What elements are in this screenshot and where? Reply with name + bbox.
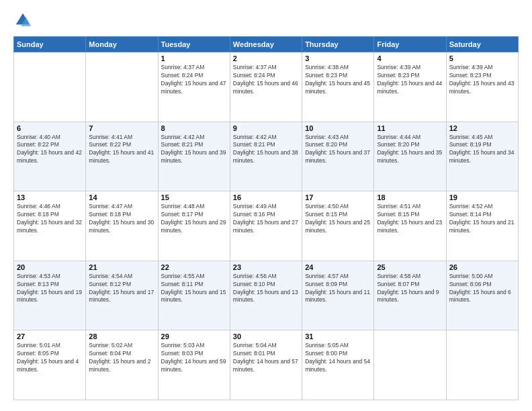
day-info: Sunrise: 4:39 AM Sunset: 8:23 PM Dayligh…: [449, 64, 515, 96]
day-number: 30: [233, 332, 299, 340]
calendar-table: SundayMondayTuesdayWednesdayThursdayFrid…: [13, 36, 519, 400]
calendar-cell: 17Sunrise: 4:50 AM Sunset: 8:15 PM Dayli…: [302, 191, 374, 261]
calendar-cell: 25Sunrise: 4:58 AM Sunset: 8:07 PM Dayli…: [374, 261, 446, 330]
week-row-4: 27Sunrise: 5:01 AM Sunset: 8:05 PM Dayli…: [14, 330, 519, 400]
calendar-cell: [86, 52, 158, 122]
calendar-cell: [14, 52, 86, 122]
day-info: Sunrise: 4:57 AM Sunset: 8:09 PM Dayligh…: [305, 273, 371, 305]
calendar-cell: 1Sunrise: 4:37 AM Sunset: 8:24 PM Daylig…: [158, 52, 230, 122]
header-thursday: Thursday: [302, 37, 374, 52]
day-number: 12: [449, 124, 515, 132]
calendar-cell: 8Sunrise: 4:42 AM Sunset: 8:21 PM Daylig…: [158, 122, 230, 191]
day-info: Sunrise: 4:49 AM Sunset: 8:16 PM Dayligh…: [233, 203, 299, 235]
day-number: 8: [161, 124, 227, 132]
day-number: 21: [89, 263, 154, 271]
day-info: Sunrise: 4:37 AM Sunset: 8:24 PM Dayligh…: [233, 64, 299, 96]
day-number: 22: [161, 263, 227, 271]
day-number: 2: [233, 54, 299, 62]
calendar-cell: 14Sunrise: 4:47 AM Sunset: 8:18 PM Dayli…: [86, 191, 158, 261]
calendar-cell: 13Sunrise: 4:46 AM Sunset: 8:18 PM Dayli…: [14, 191, 86, 261]
day-info: Sunrise: 5:05 AM Sunset: 8:00 PM Dayligh…: [305, 342, 371, 374]
day-info: Sunrise: 4:52 AM Sunset: 8:14 PM Dayligh…: [449, 203, 515, 235]
day-info: Sunrise: 4:45 AM Sunset: 8:19 PM Dayligh…: [449, 134, 515, 166]
day-info: Sunrise: 4:46 AM Sunset: 8:18 PM Dayligh…: [17, 203, 83, 235]
day-number: 5: [449, 54, 515, 62]
day-number: 9: [233, 124, 299, 132]
day-info: Sunrise: 5:00 AM Sunset: 8:06 PM Dayligh…: [449, 273, 515, 305]
day-info: Sunrise: 4:53 AM Sunset: 8:13 PM Dayligh…: [17, 273, 83, 305]
day-number: 17: [305, 193, 371, 201]
calendar-cell: 2Sunrise: 4:37 AM Sunset: 8:24 PM Daylig…: [230, 52, 302, 122]
day-number: 25: [377, 263, 443, 271]
header-saturday: Saturday: [446, 37, 518, 52]
calendar-cell: 29Sunrise: 5:03 AM Sunset: 8:03 PM Dayli…: [158, 330, 230, 400]
day-number: 11: [377, 124, 443, 132]
day-info: Sunrise: 4:41 AM Sunset: 8:22 PM Dayligh…: [89, 134, 154, 166]
week-row-0: 1Sunrise: 4:37 AM Sunset: 8:24 PM Daylig…: [14, 52, 519, 122]
logo-icon: [13, 11, 32, 30]
calendar-cell: 7Sunrise: 4:41 AM Sunset: 8:22 PM Daylig…: [86, 122, 158, 191]
day-info: Sunrise: 5:03 AM Sunset: 8:03 PM Dayligh…: [161, 342, 227, 374]
header-tuesday: Tuesday: [158, 37, 230, 52]
calendar-cell: 24Sunrise: 4:57 AM Sunset: 8:09 PM Dayli…: [302, 261, 374, 330]
day-number: 13: [17, 193, 83, 201]
calendar-cell: 30Sunrise: 5:04 AM Sunset: 8:01 PM Dayli…: [230, 330, 302, 400]
calendar-cell: 26Sunrise: 5:00 AM Sunset: 8:06 PM Dayli…: [446, 261, 518, 330]
header: [13, 11, 519, 30]
week-row-3: 20Sunrise: 4:53 AM Sunset: 8:13 PM Dayli…: [14, 261, 519, 330]
day-number: 26: [449, 263, 515, 271]
calendar-cell: 27Sunrise: 5:01 AM Sunset: 8:05 PM Dayli…: [14, 330, 86, 400]
calendar-cell: 15Sunrise: 4:48 AM Sunset: 8:17 PM Dayli…: [158, 191, 230, 261]
calendar-cell: 21Sunrise: 4:54 AM Sunset: 8:12 PM Dayli…: [86, 261, 158, 330]
day-info: Sunrise: 5:02 AM Sunset: 8:04 PM Dayligh…: [89, 342, 154, 374]
day-info: Sunrise: 4:56 AM Sunset: 8:10 PM Dayligh…: [233, 273, 299, 305]
day-info: Sunrise: 5:04 AM Sunset: 8:01 PM Dayligh…: [233, 342, 299, 374]
calendar-cell: [446, 330, 518, 400]
day-number: 14: [89, 193, 154, 201]
calendar-cell: 19Sunrise: 4:52 AM Sunset: 8:14 PM Dayli…: [446, 191, 518, 261]
calendar-cell: [374, 330, 446, 400]
calendar-cell: 9Sunrise: 4:42 AM Sunset: 8:21 PM Daylig…: [230, 122, 302, 191]
header-friday: Friday: [374, 37, 446, 52]
calendar-cell: 4Sunrise: 4:39 AM Sunset: 8:23 PM Daylig…: [374, 52, 446, 122]
calendar-cell: 18Sunrise: 4:51 AM Sunset: 8:15 PM Dayli…: [374, 191, 446, 261]
day-info: Sunrise: 4:58 AM Sunset: 8:07 PM Dayligh…: [377, 273, 443, 305]
day-number: 19: [449, 193, 515, 201]
header-sunday: Sunday: [14, 37, 86, 52]
day-info: Sunrise: 4:39 AM Sunset: 8:23 PM Dayligh…: [377, 64, 443, 96]
calendar-cell: 5Sunrise: 4:39 AM Sunset: 8:23 PM Daylig…: [446, 52, 518, 122]
week-row-2: 13Sunrise: 4:46 AM Sunset: 8:18 PM Dayli…: [14, 191, 519, 261]
day-number: 28: [89, 332, 154, 340]
day-number: 4: [377, 54, 443, 62]
day-number: 27: [17, 332, 83, 340]
day-number: 24: [305, 263, 371, 271]
calendar-cell: 16Sunrise: 4:49 AM Sunset: 8:16 PM Dayli…: [230, 191, 302, 261]
calendar-cell: 6Sunrise: 4:40 AM Sunset: 8:22 PM Daylig…: [14, 122, 86, 191]
day-number: 29: [161, 332, 227, 340]
calendar-cell: 11Sunrise: 4:44 AM Sunset: 8:20 PM Dayli…: [374, 122, 446, 191]
calendar-cell: 20Sunrise: 4:53 AM Sunset: 8:13 PM Dayli…: [14, 261, 86, 330]
logo: [13, 11, 35, 30]
week-row-1: 6Sunrise: 4:40 AM Sunset: 8:22 PM Daylig…: [14, 122, 519, 191]
day-info: Sunrise: 4:48 AM Sunset: 8:17 PM Dayligh…: [161, 203, 227, 235]
day-info: Sunrise: 4:51 AM Sunset: 8:15 PM Dayligh…: [377, 203, 443, 235]
day-number: 20: [17, 263, 83, 271]
header-monday: Monday: [86, 37, 158, 52]
calendar-cell: 28Sunrise: 5:02 AM Sunset: 8:04 PM Dayli…: [86, 330, 158, 400]
day-number: 18: [377, 193, 443, 201]
day-number: 1: [161, 54, 227, 62]
calendar-cell: 31Sunrise: 5:05 AM Sunset: 8:00 PM Dayli…: [302, 330, 374, 400]
calendar-cell: 12Sunrise: 4:45 AM Sunset: 8:19 PM Dayli…: [446, 122, 518, 191]
day-number: 31: [305, 332, 371, 340]
day-info: Sunrise: 5:01 AM Sunset: 8:05 PM Dayligh…: [17, 342, 83, 374]
day-info: Sunrise: 4:55 AM Sunset: 8:11 PM Dayligh…: [161, 273, 227, 305]
calendar-cell: 23Sunrise: 4:56 AM Sunset: 8:10 PM Dayli…: [230, 261, 302, 330]
day-info: Sunrise: 4:54 AM Sunset: 8:12 PM Dayligh…: [89, 273, 154, 305]
day-info: Sunrise: 4:38 AM Sunset: 8:23 PM Dayligh…: [305, 64, 371, 96]
day-info: Sunrise: 4:44 AM Sunset: 8:20 PM Dayligh…: [377, 134, 443, 166]
day-number: 6: [17, 124, 83, 132]
day-info: Sunrise: 4:37 AM Sunset: 8:24 PM Dayligh…: [161, 64, 227, 96]
day-number: 10: [305, 124, 371, 132]
day-number: 16: [233, 193, 299, 201]
day-info: Sunrise: 4:43 AM Sunset: 8:20 PM Dayligh…: [305, 134, 371, 166]
